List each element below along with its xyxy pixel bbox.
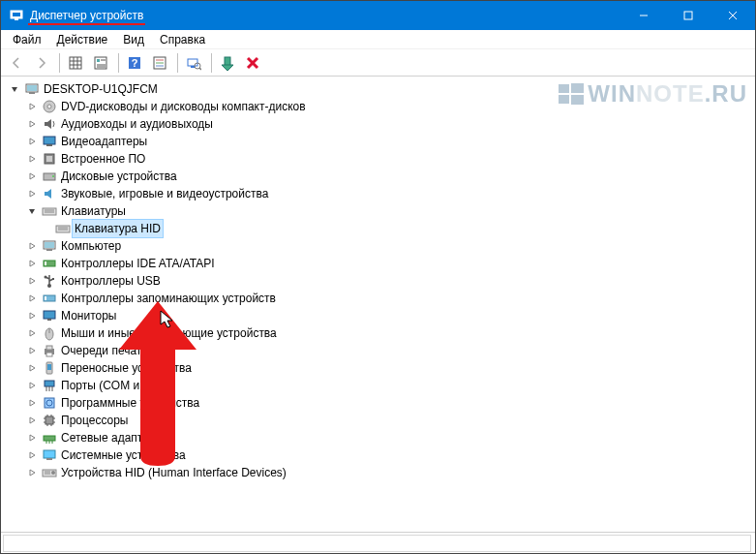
tree-category[interactable]: Контроллеры IDE ATA/ATAPI [9,255,755,272]
svg-point-44 [52,175,54,177]
category-icon [42,99,57,114]
tree-category-label: Контроллеры запоминающих устройств [61,290,276,307]
tree-device[interactable]: Клавиатура HID [9,220,755,237]
chevron-down-icon[interactable] [9,83,20,95]
tree-category-label: Процессоры [61,412,129,429]
svg-rect-86 [44,436,55,441]
category-icon [42,447,57,463]
details-button[interactable] [64,51,87,75]
window-title: Диспетчер устройств [30,9,143,22]
svg-rect-68 [46,353,52,356]
chevron-right-icon[interactable] [26,275,38,287]
tree-category[interactable]: Системные устройства [9,446,755,464]
chevron-right-icon[interactable] [26,136,38,147]
category-icon [42,116,57,132]
tree-category[interactable]: Порты (COM и LPT) [9,377,755,394]
scan-hardware-button[interactable] [182,51,205,75]
keyboard-icon [55,221,71,236]
action-panel-button[interactable] [148,51,171,75]
uninstall-button[interactable] [241,51,264,75]
back-button[interactable] [5,51,28,75]
tree-category[interactable]: Дисковые устройства [9,168,755,185]
svg-rect-36 [29,92,35,94]
svg-rect-40 [46,144,52,146]
tree-root[interactable]: DESKTOP-U1QJFCM [9,80,755,98]
category-icon [42,465,57,480]
tree-category[interactable]: Очереди печати [9,342,755,359]
tree-category[interactable]: Устройства HID (Human Interface Devices) [9,464,755,481]
tree-category[interactable]: DVD-дисководы и дисководы компакт-дисков [9,98,755,115]
category-icon [42,430,57,446]
tree-category-label: Сетевые адаптеры [61,429,164,446]
svg-rect-42 [46,156,52,162]
chevron-right-icon[interactable] [26,432,38,444]
menu-action[interactable]: Действие [49,31,116,48]
chevron-right-icon[interactable] [26,397,38,409]
tree-category[interactable]: Аудиовходы и аудиовыходы [9,115,755,133]
chevron-right-icon[interactable] [26,327,38,339]
tree-category[interactable]: Мониторы [9,307,755,324]
chevron-right-icon[interactable] [26,292,38,304]
tree-category[interactable]: Компьютер [9,237,755,255]
chevron-right-icon[interactable] [26,118,38,130]
tree-category-label: Мониторы [61,307,116,324]
chevron-right-icon[interactable] [26,101,38,112]
tree-category-label: Порты (COM и LPT) [61,377,168,394]
maximize-button[interactable] [666,1,711,30]
properties-button[interactable] [89,51,112,75]
menu-view[interactable]: Вид [115,31,152,48]
tree-category[interactable]: Видеоадаптеры [9,133,755,150]
tree-category[interactable]: Звуковые, игровые и видеоустройства [9,185,755,202]
menu-help[interactable]: Справка [152,31,213,48]
chevron-right-icon[interactable] [26,310,38,322]
chevron-down-icon[interactable] [26,205,38,217]
toolbar-separator [118,53,119,73]
tree-category[interactable]: Клавиатуры [9,202,755,220]
help-button[interactable]: ? [123,51,146,75]
svg-rect-61 [45,296,46,300]
tree-category-label: Аудиовходы и аудиовыходы [61,115,213,133]
chevron-right-icon[interactable] [26,258,38,269]
tree-category-label: Устройства HID (Human Interface Devices) [61,464,287,481]
minimize-button[interactable] [621,1,666,30]
tree-category[interactable]: Мыши и иные указывающие устройства [9,324,755,342]
chevron-right-icon[interactable] [26,345,38,356]
svg-rect-77 [45,416,53,424]
chevron-right-icon[interactable] [26,188,38,200]
category-icon [42,291,57,306]
category-icon [42,169,57,184]
tree-category[interactable]: Процессоры [9,412,755,429]
update-driver-button[interactable] [216,51,239,75]
svg-rect-90 [44,450,55,458]
menu-file[interactable]: Файл [5,31,49,48]
svg-rect-70 [47,364,51,370]
status-bar [1,532,755,553]
svg-rect-24 [191,66,195,68]
chevron-right-icon[interactable] [26,449,38,461]
forward-button[interactable] [30,51,53,75]
tree-category[interactable]: Переносные устройства [9,359,755,377]
chevron-right-icon[interactable] [26,240,38,252]
status-cell [3,535,751,552]
svg-line-26 [199,68,201,70]
tree-category[interactable]: Контроллеры USB [9,272,755,290]
chevron-right-icon[interactable] [26,380,38,391]
device-tree[interactable]: WINNOTE.RU DESKTOP-U1QJFCM DVD-дисководы… [1,77,755,532]
tree-category[interactable]: Программные устройства [9,394,755,412]
chevron-right-icon[interactable] [26,467,38,478]
svg-rect-91 [46,458,52,460]
highlight-underline [28,23,145,25]
chevron-right-icon[interactable] [26,170,38,182]
chevron-right-icon[interactable] [26,153,38,165]
tree-category-label: Контроллеры IDE ATA/ATAPI [61,255,215,272]
tree-category[interactable]: Встроенное ПО [9,150,755,168]
svg-rect-55 [45,262,46,265]
close-button[interactable] [711,1,755,30]
tree-category[interactable]: Сетевые адаптеры [9,429,755,446]
svg-point-58 [45,276,47,279]
svg-rect-71 [45,381,54,386]
chevron-right-icon[interactable] [26,362,38,374]
category-icon [42,151,57,167]
chevron-right-icon[interactable] [26,415,38,426]
tree-category[interactable]: Контроллеры запоминающих устройств [9,290,755,307]
